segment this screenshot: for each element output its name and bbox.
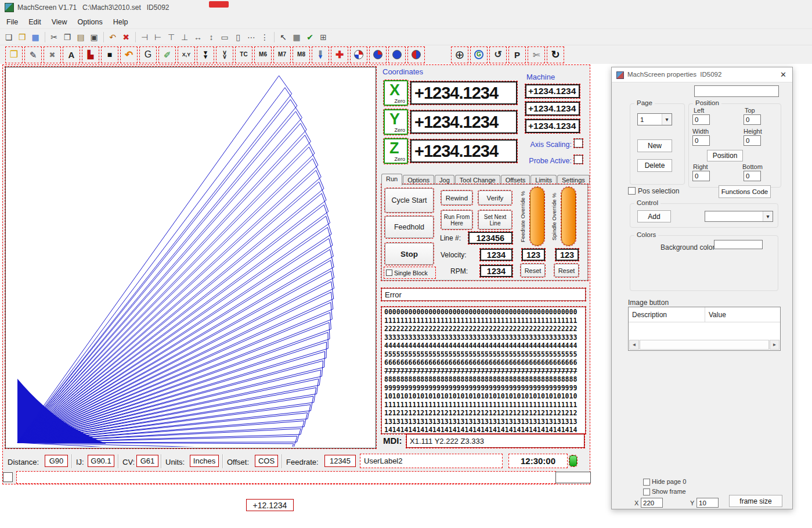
value-column-header[interactable]: Value xyxy=(709,311,726,319)
gcode-line[interactable]: 4444444444444444444444444444444444444444… xyxy=(384,342,585,350)
open-folder-button[interactable]: ❒ xyxy=(16,31,28,44)
element-machine-coords-button[interactable] xyxy=(389,47,405,63)
copy-button[interactable]: ❐ xyxy=(61,31,74,44)
menu-edit[interactable]: Edit xyxy=(23,16,46,28)
bottom-right-box[interactable] xyxy=(555,472,591,483)
element-m8-button[interactable]: M8 xyxy=(293,47,309,63)
run-from-here-button[interactable]: Run From Here xyxy=(441,210,472,229)
machine-dro-y[interactable]: +1234.1234 xyxy=(525,102,580,116)
menu-help[interactable]: Help xyxy=(108,16,133,28)
test-screen-button[interactable]: ✔ xyxy=(304,31,316,44)
grid-button[interactable]: ▦ xyxy=(290,31,303,44)
element-toolchange-button[interactable]: TC xyxy=(236,47,252,63)
element-square-button[interactable]: ■ xyxy=(102,47,118,63)
gcode-line[interactable]: 1111111111111111111111111111111111111111… xyxy=(384,317,585,325)
tab-tool-change[interactable]: Tool Change xyxy=(455,175,500,185)
gcode-line[interactable]: 6666666666666666666666666666666666666666… xyxy=(384,358,585,367)
element-work-coords-button[interactable] xyxy=(408,47,424,63)
menu-view[interactable]: View xyxy=(46,16,73,28)
element-font-button[interactable]: A xyxy=(63,47,80,63)
frame-size-button[interactable]: frame size xyxy=(729,495,782,507)
element-ref-all-button[interactable] xyxy=(351,47,367,63)
feedrate-value[interactable]: 12345 xyxy=(324,455,356,467)
gcode-line[interactable]: 8888888888888888888888888888888888888888… xyxy=(384,375,585,384)
gcode-line[interactable]: 0000000000000000000000000000000000000000… xyxy=(384,308,585,317)
cv-value[interactable]: G61 xyxy=(136,455,158,467)
units-value[interactable]: Inches xyxy=(190,455,219,467)
horizontal-scrollbar[interactable]: ◄ ► xyxy=(629,340,779,350)
gcode-line[interactable]: 1212121212121212121212121212121212121212… xyxy=(384,409,585,418)
machine-dro-x[interactable]: +1234.1234 xyxy=(525,84,580,98)
bottom-input[interactable] xyxy=(744,171,761,181)
gcode-line[interactable]: 1010101010101010101010101010101010101010… xyxy=(384,392,585,401)
control-select[interactable]: ▾ xyxy=(705,211,773,222)
tab-limits[interactable]: Limits xyxy=(530,175,557,185)
window-button[interactable]: ⊞ xyxy=(317,31,330,44)
cut-button[interactable]: ✂ xyxy=(48,31,60,44)
scrollbar-thumb[interactable] xyxy=(640,340,769,350)
gcode-line[interactable]: 1414141414141414141414141414141414141414… xyxy=(384,426,585,434)
close-icon[interactable]: ✕ xyxy=(780,70,786,79)
add-control-button[interactable]: Add xyxy=(637,210,671,222)
delete-page-button[interactable]: Delete xyxy=(637,159,672,172)
toolpath-display[interactable] xyxy=(5,67,376,448)
element-gcode-button[interactable]: G xyxy=(140,47,156,63)
scroll-left-icon[interactable]: ◄ xyxy=(629,340,639,350)
menu-options[interactable]: Options xyxy=(73,16,108,28)
gcode-line[interactable]: 2222222222222222222222222222222222222222… xyxy=(384,325,585,333)
element-probe-button[interactable]: ✐ xyxy=(159,47,175,63)
tab-offsets[interactable]: Offsets xyxy=(501,175,530,185)
rpm-value[interactable]: 1234 xyxy=(480,265,513,277)
probe-active-checkbox[interactable] xyxy=(574,155,583,164)
height-input[interactable] xyxy=(744,135,761,146)
distribute-vertical-button[interactable]: ⋮ xyxy=(258,31,271,44)
gcode-line[interactable]: 1313131313131313131313131313131313131313… xyxy=(384,418,585,426)
bottom-user-bar[interactable] xyxy=(17,472,555,483)
tab-run[interactable]: Run xyxy=(381,174,402,185)
scroll-right-icon[interactable]: ► xyxy=(770,340,779,350)
gcode-line[interactable]: 5555555555555555555555555555555555555555… xyxy=(384,350,585,359)
rewind-button[interactable]: Rewind xyxy=(441,191,472,205)
print-button[interactable]: ▣ xyxy=(88,31,100,44)
save-button[interactable]: ▦ xyxy=(29,31,42,44)
show-frame-checkbox[interactable] xyxy=(643,489,650,495)
tab-jog[interactable]: Jog xyxy=(435,175,454,185)
tab-settings[interactable]: Settings xyxy=(557,175,590,185)
x-pos-input[interactable] xyxy=(641,498,663,508)
element-chevrons-solid-button[interactable]: ▾▾ xyxy=(197,47,214,63)
element-rotate-button[interactable]: ↺ xyxy=(490,47,506,63)
gcode-line[interactable]: 3333333333333333333333333333333333333333… xyxy=(384,333,585,342)
dro-x[interactable]: +1234.1234 xyxy=(410,81,517,105)
dro-y[interactable]: +1234.1234 xyxy=(410,110,517,134)
element-xy-button[interactable]: X,Y xyxy=(178,47,194,63)
top-input[interactable] xyxy=(744,114,761,125)
cycle-start-button[interactable]: Cycle Start xyxy=(385,188,434,213)
element-globe-button[interactable]: G xyxy=(471,47,487,63)
single-block-checkbox[interactable]: Single Block xyxy=(384,267,435,278)
velocity-value[interactable]: 1234 xyxy=(480,249,513,261)
mdi-input[interactable] xyxy=(406,434,584,448)
functions-code-button[interactable]: Functions Code xyxy=(719,185,771,198)
delete-button[interactable]: ✖ xyxy=(120,31,132,44)
zero-z-button[interactable]: Z Zero xyxy=(384,138,408,164)
element-goto-zero-button[interactable] xyxy=(370,47,386,63)
new-page-button[interactable]: New xyxy=(637,139,672,152)
axis-scaling-checkbox[interactable] xyxy=(574,139,583,148)
stop-button[interactable]: Stop xyxy=(385,243,434,265)
gcode-line[interactable]: 1111111111111111111111111111111111111111… xyxy=(384,401,585,410)
gcode-line[interactable]: 9999999999999999999999999999999999999999… xyxy=(384,384,585,393)
element-m7-button[interactable]: M7 xyxy=(274,47,290,63)
offset-value[interactable]: COS xyxy=(255,455,278,467)
page-select[interactable]: 1 ▾ xyxy=(637,113,672,125)
element-m6-button[interactable]: M6 xyxy=(255,47,271,63)
left-input[interactable] xyxy=(692,114,710,125)
properties-title-bar[interactable]: MachScreen properties ID5092 ✕ xyxy=(612,67,792,82)
element-refresh-button[interactable]: ↻ xyxy=(547,47,564,63)
element-chevrons-open-button[interactable]: ∨∨ xyxy=(216,47,233,63)
new-file-button[interactable]: ❏ xyxy=(2,31,15,44)
element-close-button[interactable]: ✖ xyxy=(44,47,60,63)
clock-field[interactable]: 12:30:00 xyxy=(509,454,567,468)
paste-button[interactable]: ▤ xyxy=(74,31,87,44)
feedrate-override-slider[interactable] xyxy=(530,187,544,246)
tab-options[interactable]: Options xyxy=(403,175,434,185)
